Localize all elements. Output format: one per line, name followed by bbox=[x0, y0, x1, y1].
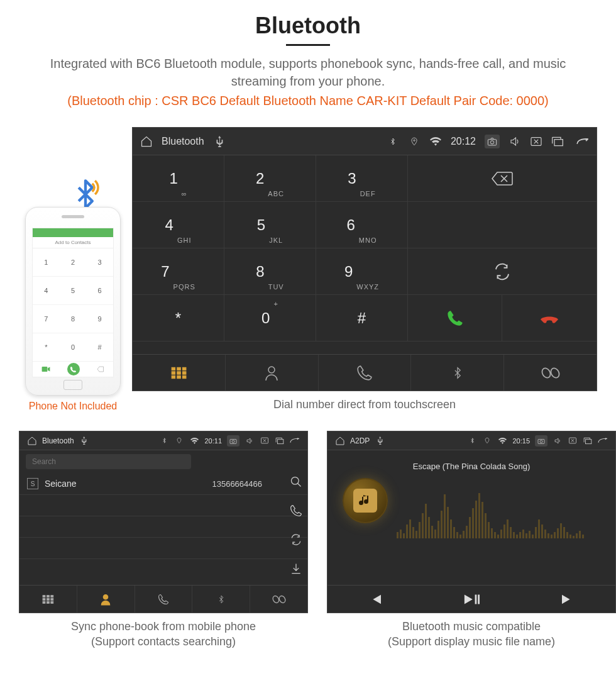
svg-point-33 bbox=[272, 595, 280, 604]
svg-rect-35 bbox=[538, 439, 544, 443]
contacts-caption-2: (Support contacts searching) bbox=[19, 635, 308, 649]
call-contact-icon[interactable] bbox=[290, 504, 302, 517]
video-icon bbox=[41, 366, 50, 372]
tab-pair[interactable] bbox=[504, 355, 597, 391]
contact-row[interactable]: S Seicane 13566664466 bbox=[19, 473, 307, 495]
track-title: Escape (The Pina Colada Song) bbox=[413, 462, 530, 471]
tab-contacts[interactable] bbox=[226, 355, 319, 391]
back-icon[interactable] bbox=[576, 135, 589, 148]
phone-key: 7 bbox=[33, 305, 60, 333]
play-pause-button[interactable] bbox=[463, 593, 480, 606]
key-1[interactable]: 1∞ bbox=[133, 155, 224, 202]
dialer-caption: Dial number direct from touchscreen bbox=[132, 397, 597, 412]
recent-apps-icon[interactable] bbox=[583, 436, 593, 446]
svg-rect-12 bbox=[172, 375, 175, 378]
close-app-icon[interactable] bbox=[568, 436, 578, 446]
backspace-button[interactable] bbox=[408, 155, 597, 202]
phone-key: 4 bbox=[33, 277, 60, 305]
svg-rect-7 bbox=[177, 367, 180, 370]
svg-rect-2 bbox=[488, 139, 496, 145]
home-icon[interactable] bbox=[140, 135, 153, 148]
contact-name: Seicane bbox=[45, 479, 77, 489]
phone-key: 5 bbox=[60, 277, 87, 305]
bluetooth-spec: (Bluetooth chip : CSR BC6 Default Blueto… bbox=[0, 94, 616, 108]
phone-key: * bbox=[33, 333, 60, 362]
screenshot-icon[interactable] bbox=[227, 435, 239, 447]
prev-button[interactable] bbox=[368, 594, 382, 605]
svg-rect-11 bbox=[183, 371, 186, 374]
close-app-icon[interactable] bbox=[530, 135, 542, 148]
tab-contacts[interactable] bbox=[77, 586, 135, 613]
usb-icon bbox=[375, 436, 385, 446]
phone-add-contacts: Add to Contacts bbox=[33, 237, 113, 248]
svg-rect-10 bbox=[177, 371, 180, 374]
key-star[interactable]: * bbox=[133, 295, 224, 342]
search-icon[interactable] bbox=[290, 475, 302, 488]
visualizer bbox=[397, 482, 597, 538]
tab-calllog[interactable] bbox=[319, 355, 412, 391]
tab-calllog[interactable] bbox=[135, 586, 193, 613]
screenshot-icon[interactable] bbox=[535, 435, 547, 447]
tab-pair[interactable] bbox=[250, 586, 307, 613]
svg-point-3 bbox=[490, 140, 493, 143]
key-7[interactable]: 7PQRS bbox=[133, 248, 224, 295]
volume-icon[interactable] bbox=[245, 436, 255, 446]
svg-point-36 bbox=[540, 440, 542, 443]
screenshot-icon[interactable] bbox=[485, 135, 500, 148]
svg-rect-25 bbox=[51, 595, 53, 597]
close-app-icon[interactable] bbox=[260, 436, 270, 446]
swap-button[interactable] bbox=[408, 248, 597, 295]
location-icon bbox=[174, 436, 184, 446]
svg-rect-29 bbox=[43, 601, 45, 603]
phone-key: 0 bbox=[60, 333, 87, 362]
svg-rect-24 bbox=[47, 595, 50, 597]
tab-keypad[interactable] bbox=[133, 355, 226, 391]
usb-icon bbox=[79, 436, 89, 446]
bluetooth-status-icon bbox=[387, 135, 399, 148]
tab-keypad[interactable] bbox=[19, 586, 77, 613]
status-title: A2DP bbox=[350, 436, 370, 445]
call-button[interactable] bbox=[408, 295, 502, 342]
svg-rect-27 bbox=[47, 598, 50, 600]
svg-rect-26 bbox=[43, 598, 45, 600]
page-subtitle: Integrated with BC6 Bluetooth module, su… bbox=[0, 55, 616, 90]
key-2[interactable]: 2ABC bbox=[224, 155, 316, 202]
back-icon[interactable] bbox=[598, 436, 608, 446]
key-6[interactable]: 6MNO bbox=[316, 202, 408, 248]
hangup-button[interactable] bbox=[502, 295, 597, 342]
music-caption-1: Bluetooth music compatible bbox=[327, 619, 616, 634]
bluetooth-status-icon bbox=[159, 436, 169, 446]
home-icon[interactable] bbox=[335, 436, 345, 446]
music-caption-2: (Support display music file name) bbox=[327, 635, 616, 649]
key-8[interactable]: 8TUV bbox=[224, 248, 316, 295]
key-0[interactable]: 0+ bbox=[224, 295, 316, 342]
key-3[interactable]: 3DEF bbox=[316, 155, 408, 202]
recent-apps-icon[interactable] bbox=[551, 135, 564, 148]
key-hash[interactable]: # bbox=[316, 295, 408, 342]
recent-apps-icon[interactable] bbox=[275, 436, 285, 446]
tab-bluetooth[interactable] bbox=[411, 355, 504, 391]
next-button[interactable] bbox=[561, 594, 575, 605]
status-title: Bluetooth bbox=[162, 136, 204, 147]
svg-rect-5 bbox=[554, 139, 563, 145]
tab-bluetooth[interactable] bbox=[192, 586, 250, 613]
download-icon[interactable] bbox=[290, 562, 302, 575]
contacts-search-input[interactable] bbox=[26, 454, 191, 469]
key-5[interactable]: 5JKL bbox=[224, 202, 316, 248]
svg-point-22 bbox=[292, 477, 299, 485]
album-art bbox=[343, 478, 388, 523]
key-9[interactable]: 9WXYZ bbox=[316, 248, 408, 295]
volume-icon[interactable] bbox=[553, 436, 563, 446]
bluetooth-status-icon bbox=[467, 436, 477, 446]
home-icon[interactable] bbox=[27, 436, 37, 446]
status-title: Bluetooth bbox=[42, 436, 74, 445]
svg-point-17 bbox=[549, 367, 559, 379]
key-4[interactable]: 4GHI bbox=[133, 202, 224, 248]
phone-key: # bbox=[86, 333, 113, 362]
volume-icon[interactable] bbox=[509, 135, 521, 148]
phone-key: 2 bbox=[60, 248, 87, 277]
svg-rect-0 bbox=[41, 367, 47, 372]
svg-rect-8 bbox=[183, 367, 186, 370]
sync-icon[interactable] bbox=[290, 533, 302, 546]
back-icon[interactable] bbox=[290, 436, 300, 446]
